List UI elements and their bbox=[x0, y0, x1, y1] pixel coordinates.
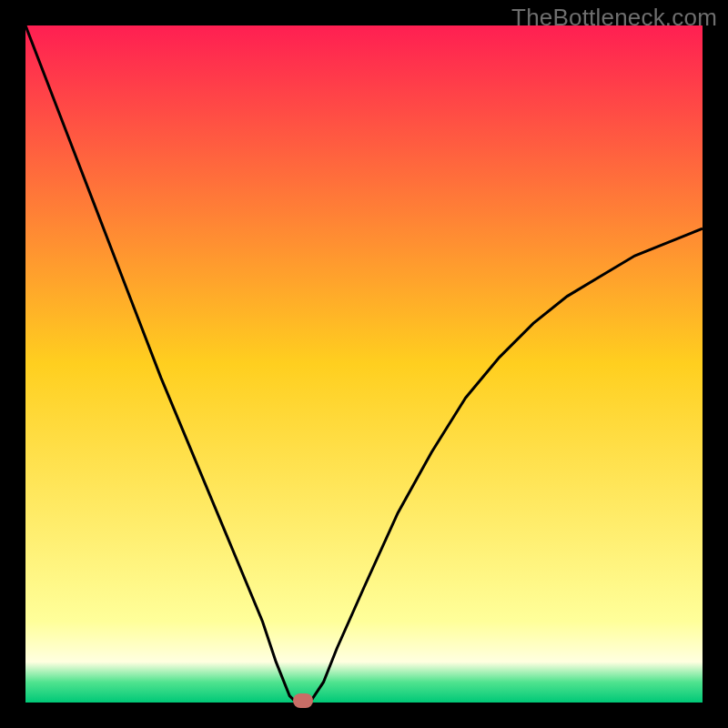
plot-area bbox=[25, 25, 703, 703]
chart-svg bbox=[25, 25, 703, 703]
optimum-marker bbox=[293, 693, 313, 708]
chart-frame: TheBottleneck.com bbox=[0, 0, 728, 728]
gradient-rect bbox=[25, 25, 703, 703]
